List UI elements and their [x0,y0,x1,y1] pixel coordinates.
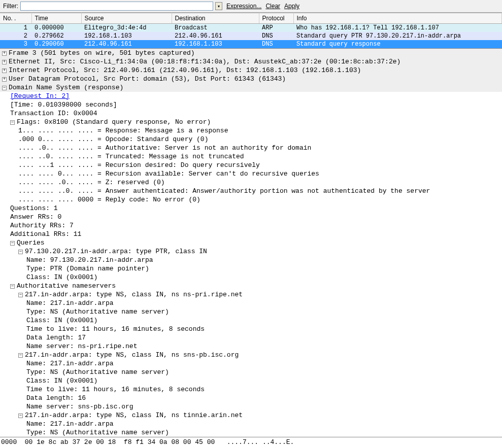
filter-bar: Filter: ▾ Expression... Clear Apply [0,0,502,13]
expression-button[interactable]: Expression... [226,3,261,10]
expand-icon[interactable] [2,51,7,56]
tree-ethernet[interactable]: Ethernet II, Src: Cisco-Li_f1:34:0a (00:… [0,57,502,66]
dns-additional-rrs: Additional RRs: 11 [0,230,502,238]
collapse-icon[interactable] [18,250,23,254]
ns-type: Type: NS (Authoritative name server) [0,307,502,316]
ns-ttl: Time to live: 11 hours, 16 minutes, 8 se… [0,325,502,333]
apply-button[interactable]: Apply [284,3,299,10]
tree-auth-ns[interactable]: Authoritative nameservers [0,282,502,290]
flag-replycode: .... .... .... 0000 = Reply code: No err… [0,195,502,204]
ns-name: Name: 217.in-addr.arpa [0,299,502,307]
tree-ns-record[interactable]: 217.in-addr.arpa: type NS, class IN, ns … [0,351,502,359]
tree-ns-record[interactable]: 217.in-addr.arpa: type NS, class IN, ns … [0,411,502,420]
collapse-icon[interactable] [10,284,15,289]
flag-recursion-desired: .... ...1 .... .... = Recursion desired:… [0,161,502,169]
expand-icon[interactable] [2,77,7,82]
col-time[interactable]: Time [31,13,81,24]
flag-answer-auth: .... .... ..0. .... = Answer authenticat… [0,187,502,195]
packet-row-selected[interactable]: 3 0.290060 212.40.96.161 192.168.1.103 D… [0,40,502,48]
tree-query-item[interactable]: 97.130.20.217.in-addr.arpa: type PTR, cl… [0,247,502,256]
packet-details: Frame 3 (501 bytes on wire, 501 bytes ca… [0,48,502,437]
packet-row[interactable]: 1 0.000000 Elitegro_3d:4e:4d Broadcast A… [0,24,502,32]
ns-class: Class: IN (0x0001) [0,316,502,325]
tree-ip[interactable]: Internet Protocol, Src: 212.40.96.161 (2… [0,66,502,75]
ns-data-length: Data length: 16 [0,394,502,402]
collapse-icon[interactable] [10,241,15,246]
col-no[interactable]: No. . [0,13,31,24]
flag-opcode: .000 0... .... .... = Opcode: Standard q… [0,135,502,144]
tree-queries[interactable]: Queries [0,238,502,247]
flag-authoritative: .... .0.. .... .... = Authoritative: Ser… [0,144,502,152]
collapse-icon[interactable] [18,293,23,297]
query-name: Name: 97.130.20.217.in-addr.arpa [0,256,502,264]
dns-time: [Time: 0.010398000 seconds] [0,100,502,109]
ns-class: Class: IN (0x0001) [0,376,502,385]
table-header[interactable]: No. . Time Source Destination Protocol I… [0,13,502,24]
packet-row[interactable]: 2 0.279662 192.168.1.103 212.40.96.161 D… [0,32,502,40]
query-type: Type: PTR (Domain name pointer) [0,264,502,273]
flag-z: .... .... .0.. .... = Z: reserved (0) [0,178,502,187]
tree-dns[interactable]: Domain Name System (response) [0,83,502,92]
ns-name: Name: 217.in-addr.arpa [0,359,502,368]
packet-table: No. . Time Source Destination Protocol I… [0,13,502,48]
dns-request-in[interactable]: [Request In: 2] [0,92,502,100]
dns-txid: Transaction ID: 0x0004 [0,109,502,118]
filter-dropdown[interactable]: ▾ [215,2,222,10]
ns-type: Type: NS (Authoritative name server) [0,368,502,376]
col-source[interactable]: Source [81,13,172,24]
clear-button[interactable]: Clear [265,3,280,10]
tree-frame[interactable]: Frame 3 (501 bytes on wire, 501 bytes ca… [0,49,502,57]
ns-server: Name server: ns-pri.ripe.net [0,342,502,351]
ns-name: Name: 217.in-addr.arpa [0,420,502,428]
dns-authority-rrs: Authority RRs: 7 [0,221,502,230]
col-destination[interactable]: Destination [172,13,259,24]
dns-answer-rrs: Answer RRs: 0 [0,213,502,221]
collapse-icon[interactable] [2,86,7,90]
col-protocol[interactable]: Protocol [259,13,293,24]
tree-flags[interactable]: Flags: 0x8100 (Standard query response, … [0,118,502,126]
ns-server: Name server: sns-pb.isc.org [0,402,502,411]
ns-data-length: Data length: 17 [0,333,502,342]
query-class: Class: IN (0x0001) [0,273,502,282]
collapse-icon[interactable] [18,353,23,358]
tree-ns-record[interactable]: 217.in-addr.arpa: type NS, class IN, ns … [0,290,502,299]
flag-response: 1... .... .... .... = Response: Message … [0,126,502,135]
tree-udp[interactable]: User Datagram Protocol, Src Port: domain… [0,75,502,83]
ns-ttl: Time to live: 11 hours, 16 minutes, 8 se… [0,385,502,394]
collapse-icon[interactable] [18,413,23,418]
hex-dump[interactable]: 0000 00 1e 8c ab 37 2e 00 18 f8 f1 34 0a… [0,437,502,447]
expand-icon[interactable] [2,60,7,64]
collapse-icon[interactable] [10,120,15,125]
filter-label: Filter: [3,3,18,10]
col-info[interactable]: Info [293,13,502,24]
dns-questions: Questions: 1 [0,204,502,213]
expand-icon[interactable] [2,68,7,73]
ns-type: Type: NS (Authoritative name server) [0,428,502,437]
filter-input[interactable] [20,2,213,11]
flag-recursion-available: .... .... 0... .... = Recursion availabl… [0,169,502,178]
flag-truncated: .... ..0. .... .... = Truncated: Message… [0,152,502,161]
